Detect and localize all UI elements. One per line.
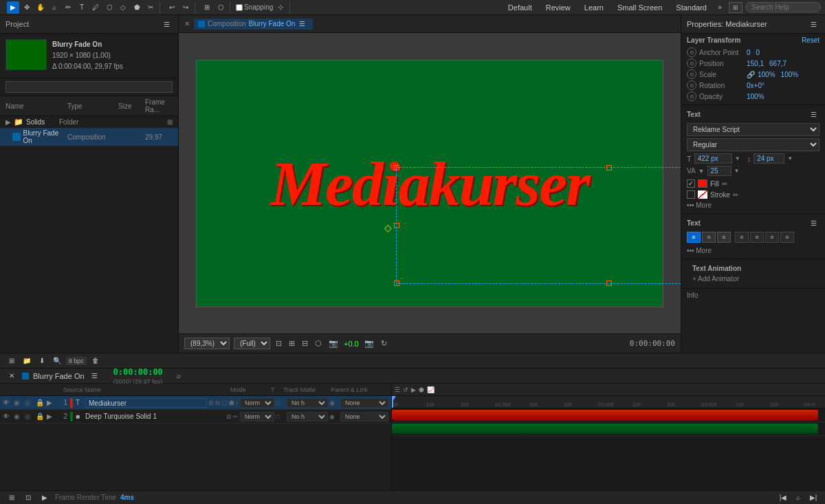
status-icon3[interactable]: ▶ — [38, 492, 51, 504]
redo-btn[interactable]: ↪ — [179, 1, 192, 14]
timeline-close-btn[interactable]: ✕ — [6, 370, 18, 382]
font-size-input[interactable] — [694, 153, 732, 164]
text-section-menu[interactable]: ☰ — [807, 108, 820, 120]
track-2-solo[interactable]: ◎ — [25, 413, 34, 420]
puppet-tool[interactable]: ✂ — [144, 1, 157, 14]
track-1-solo[interactable]: ◎ — [25, 399, 34, 406]
new-comp-btn[interactable]: ⊞ — [6, 355, 18, 367]
timeline-timecode[interactable]: 0:00:00:00 — [113, 367, 163, 377]
status-icon1[interactable]: ⊞ — [6, 492, 18, 504]
camera-btn[interactable]: 📷 — [363, 339, 375, 348]
position-y[interactable]: 667,7 — [769, 60, 786, 67]
rotate-tool[interactable]: ✥ — [21, 1, 33, 14]
eraser-tool[interactable]: ◇ — [117, 1, 129, 14]
quality-select[interactable]: (Full) — [234, 338, 270, 349]
stroke-pen-icon[interactable]: ✏ — [733, 191, 738, 199]
project-menu-btn[interactable]: ☰ — [160, 18, 173, 30]
track-1-audio[interactable]: ◉ — [14, 399, 23, 406]
track-2-parent-select[interactable]: None — [340, 412, 388, 421]
workspace-review[interactable]: Review — [539, 2, 578, 13]
track-2-lock[interactable]: 🔒 — [36, 413, 45, 420]
import-btn[interactable]: ⬇ — [36, 355, 48, 367]
track-2-t-checkbox[interactable]: □ — [276, 413, 285, 420]
track-1-icon3[interactable]: ⬡ — [222, 399, 228, 406]
workspace-more[interactable]: » — [714, 1, 726, 14]
navigate-out-btn[interactable]: ▶| — [807, 492, 820, 504]
track-2-mode-select[interactable]: Norm — [240, 412, 274, 421]
track-1-collapse[interactable]: ▶ — [47, 399, 55, 406]
zoom-timeline-btn[interactable]: ⌕ — [792, 492, 804, 504]
para-align-right[interactable]: ≡ — [717, 232, 731, 243]
paragraph-section-menu[interactable]: ☰ — [807, 217, 820, 229]
metrics-field[interactable]: 25 — [707, 166, 732, 176]
track-1-eye[interactable]: 👁 — [3, 399, 12, 406]
para-justify-center[interactable]: ≡ — [750, 232, 764, 243]
metrics-arrow-down[interactable]: ▼ — [734, 168, 740, 174]
undo-btn[interactable]: ↩ — [166, 1, 178, 14]
font-select[interactable]: Reklame Script — [687, 123, 820, 136]
grid-toggle-btn[interactable]: ⊟ — [300, 339, 309, 348]
position-x[interactable]: 150,1 — [747, 60, 764, 67]
reset-btn[interactable]: Reset — [802, 36, 820, 44]
snap-options[interactable]: ⊹ — [274, 1, 287, 14]
snapping-checkbox[interactable] — [236, 4, 243, 11]
graph-btn[interactable]: 📈 — [427, 386, 434, 393]
pen-tool[interactable]: ✏ — [62, 1, 74, 14]
text-tool[interactable]: T — [76, 1, 88, 14]
font-size-arrow-down[interactable]: ▼ — [735, 155, 740, 162]
trash-btn[interactable]: 🗑 — [89, 355, 102, 367]
track-row-1[interactable]: 👁 ◉ ◎ 🔒 ▶ 1 T Mediakurser ⊞ fx ⬡ ⬟ — [0, 396, 391, 410]
play-btn[interactable]: ▶ — [411, 386, 416, 393]
para-more-btn[interactable]: ••• More — [687, 245, 820, 256]
fill-checkbox[interactable] — [687, 179, 695, 188]
opacity-prop-icon[interactable]: ⊙ — [687, 91, 696, 101]
comp-tab-menu[interactable]: ☰ — [298, 20, 306, 28]
metrics-dropdown[interactable]: ▼ — [698, 168, 705, 175]
folder-btn[interactable]: 📁 — [21, 355, 33, 367]
track-2-audio[interactable]: ◉ — [14, 413, 23, 420]
rotation-prop-icon[interactable]: ⊙ — [687, 80, 696, 90]
search-btn[interactable]: 🔍 — [51, 355, 63, 367]
para-align-left[interactable]: ≡ — [687, 232, 701, 243]
para-align-center[interactable]: ≡ — [702, 232, 716, 243]
track-1-icon5[interactable]: ↕ — [236, 399, 239, 406]
add-animator-btn[interactable]: + Add Animator — [687, 274, 820, 285]
fit-btn[interactable]: ⊡ — [274, 339, 283, 348]
track-2-eye[interactable]: 👁 — [3, 413, 12, 420]
comp-tab-blurry[interactable]: Composition Blurry Fade On ☰ — [194, 19, 313, 30]
tab-close-icon[interactable]: ✕ — [182, 20, 192, 28]
rotation-value[interactable]: 0x+0° — [747, 82, 764, 89]
workspace-standard[interactable]: Standard — [669, 2, 714, 13]
file-item-solids[interactable]: ▶ 📁 Solids Folder ⊞ — [0, 116, 178, 128]
clone-tool[interactable]: ⬡ — [103, 1, 116, 14]
loop-btn[interactable]: ↺ — [403, 386, 408, 393]
search-layers-btn[interactable]: ⌕ — [173, 370, 185, 382]
track-1-mode-select[interactable]: Norm — [240, 398, 274, 408]
opacity-value[interactable]: 100% — [747, 93, 764, 100]
para-justify-left[interactable]: ≡ — [735, 232, 749, 243]
workspace-default[interactable]: Default — [501, 2, 539, 13]
hand-tool[interactable]: ✋ — [34, 1, 47, 14]
safe-zones-btn[interactable]: ⊞ — [287, 339, 296, 348]
roto-tool[interactable]: ⬟ — [131, 1, 143, 14]
snapshot-btn[interactable]: 📷 — [327, 339, 340, 348]
track-1-t-checkbox[interactable]: □ — [276, 399, 285, 406]
navigate-in-btn[interactable]: |◀ — [777, 492, 789, 504]
track-1-icon4[interactable]: ⬟ — [229, 399, 234, 406]
zoom-select[interactable]: (89,3%) — [184, 338, 230, 349]
track-2-matte-select[interactable]: No h — [287, 412, 328, 421]
file-item-comp[interactable]: Blurry Fade On Composition 29,97 — [0, 128, 178, 146]
track-2-icon1[interactable]: ⊞ — [226, 413, 232, 420]
track-2-collapse[interactable]: ▶ — [47, 413, 55, 420]
para-justify-all[interactable]: ≡ — [780, 232, 794, 243]
mask-btn[interactable]: ⬡ — [214, 1, 227, 14]
track-1-icon2[interactable]: fx — [215, 399, 220, 406]
scale-y[interactable]: 100% — [781, 71, 799, 78]
toggle-mask-btn[interactable]: ⬡ — [314, 339, 323, 348]
refresh-btn[interactable]: ↻ — [380, 339, 388, 348]
scale-x[interactable]: 100% — [758, 71, 776, 78]
brush-tool[interactable]: 🖊 — [89, 1, 102, 14]
track-1-icon1[interactable]: ⊞ — [208, 399, 214, 406]
track-1-parent-select[interactable]: None — [340, 398, 388, 408]
style-select[interactable]: Regular — [687, 138, 820, 151]
